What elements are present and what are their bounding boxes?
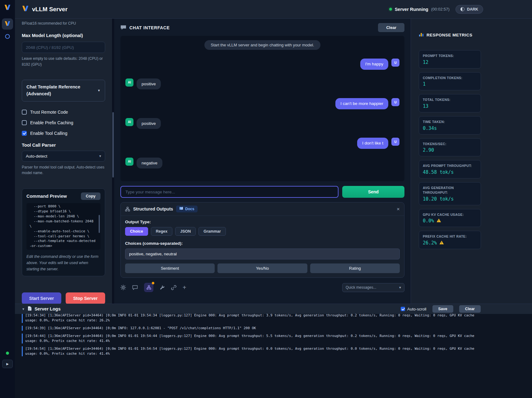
metric-card-prefix-cache-hit-rate: PREFIX CACHE HIT RATE: 26.2% — [419, 231, 481, 249]
server-logs-title: Server Logs — [35, 306, 61, 311]
copy-button[interactable]: Copy — [81, 192, 100, 200]
response-metrics-panel: RESPONSE METRICS PROMPT TOKENS: 12 COMPL… — [411, 19, 532, 304]
trust-remote-code-checkbox[interactable] — [22, 110, 27, 115]
code-scrollbar-thumb[interactable] — [99, 215, 100, 233]
structured-outputs-icon — [125, 207, 130, 211]
preset-row: Sentiment Yes/No Rating — [125, 263, 400, 273]
sidebar-item-vllm[interactable] — [2, 18, 13, 30]
max-model-length-input[interactable] — [22, 42, 105, 53]
autoscroll-toggle[interactable]: Auto-scroll — [401, 307, 426, 311]
tool-call-parser-select[interactable]: Auto-detect ▾ — [22, 151, 105, 162]
metric-value: 10.20 tok/s — [423, 196, 477, 202]
send-button[interactable]: Send — [342, 186, 404, 198]
chevron-down-icon: ▾ — [99, 154, 101, 158]
checkbox-row-trust-remote-code[interactable]: Trust Remote Code — [22, 110, 105, 115]
metrics-title: RESPONSE METRICS — [427, 33, 473, 37]
docs-label: Docs — [185, 207, 194, 211]
theme-toggle-button[interactable]: DARK — [455, 5, 483, 14]
status-dot — [6, 352, 9, 355]
sidebar-scrollbar[interactable] — [112, 19, 114, 304]
structured-outputs-title: Structured Outputs — [133, 206, 173, 211]
structured-outputs-header: Structured Outputs Docs × — [121, 202, 404, 216]
close-icon[interactable]: × — [397, 206, 400, 212]
ai-avatar: AI — [125, 78, 133, 87]
docs-link[interactable]: Docs — [176, 206, 197, 212]
clear-chat-button[interactable]: Clear — [378, 23, 404, 32]
warning-icon — [436, 218, 441, 224]
autoscroll-checkbox[interactable] — [401, 307, 405, 311]
preset-yesno-button[interactable]: Yes/No — [217, 263, 307, 273]
metric-card-total-tokens: TOTAL TOKENS: 13 — [419, 94, 481, 112]
server-logs-header: ▼ Server Logs Auto-scroll Save Clear — [15, 304, 532, 314]
chat-message-ai: AI negative — [125, 158, 399, 169]
vllm-logo-icon — [4, 21, 11, 27]
metric-label: PREFIX CACHE HIT RATE: — [423, 234, 477, 239]
start-server-button[interactable]: Start Server — [22, 292, 61, 304]
save-logs-button[interactable]: Save — [432, 305, 453, 313]
expand-panel-button[interactable]: ▶ — [2, 360, 13, 368]
server-status-label: Server Running — [395, 7, 428, 12]
book-icon — [179, 207, 183, 211]
preset-sentiment-button[interactable]: Sentiment — [125, 263, 215, 273]
quick-messages-select[interactable]: Quick messages... ▾ — [342, 283, 404, 292]
sidebar-scrollbar-thumb[interactable] — [112, 112, 114, 178]
vllm-logo-icon — [4, 4, 11, 12]
gear-icon[interactable] — [120, 285, 126, 290]
user-avatar: U — [391, 59, 399, 67]
max-model-length-help: Leave empty to use safe defaults: 2048 (… — [22, 56, 105, 67]
choices-label: Choices (comma-separated): — [125, 241, 400, 246]
output-type-choice[interactable]: Choice — [125, 227, 148, 236]
message-bubble: positive — [137, 78, 161, 90]
chat-window: Start the vLLM server and begin chatting… — [120, 36, 404, 181]
clear-logs-button[interactable]: Clear — [459, 305, 481, 313]
metric-card-gpu-kv-cache-usage: GPU KV CACHE USAGE: 0.0% — [419, 209, 481, 227]
tool-call-parser-label: Tool Call Parser — [22, 143, 105, 148]
server-logs-body[interactable]: [19:54:34] [1;36m(APIServer pid=34464) [… — [15, 314, 532, 398]
chat-template-reference-toggle[interactable]: Chat Template Reference (Advanced) ▼ — [22, 80, 105, 102]
metric-value: 12 — [423, 59, 477, 65]
enable-prefix-caching-checkbox[interactable] — [22, 120, 27, 125]
topbar-right: Server Running (00:02:57) DARK — [389, 5, 483, 14]
log-entry: [19:54:34] [1;36m(APIServer pid=34464) [… — [22, 314, 481, 323]
collapse-caret-icon[interactable]: ▼ — [22, 307, 25, 311]
enable-tool-calling-checkbox[interactable] — [22, 131, 27, 136]
message-input[interactable] — [120, 186, 338, 198]
app-root: ▶ vLLM Server Server Running (00:02:57) … — [0, 0, 532, 398]
config-sidebar: BFloat16 recommended for CPU Max Model L… — [15, 19, 112, 304]
sidebar-item-workspace[interactable] — [3, 33, 12, 41]
output-type-regex[interactable]: Regex — [151, 227, 173, 236]
metric-value: 0.34s — [423, 126, 477, 131]
metric-label: AVG GENERATION THROUGHPUT: — [423, 186, 477, 195]
metric-label: GPU KV CACHE USAGE: — [423, 212, 477, 217]
chat-title: CHAT INTERFACE — [129, 25, 170, 30]
metric-card-avg-generation-throughput: AVG GENERATION THROUGHPUT: 10.20 tok/s — [419, 182, 481, 205]
chat-message-user: I'm happy U — [125, 59, 399, 70]
comment-icon[interactable] — [132, 285, 138, 290]
checkbox-row-enable-prefix-caching[interactable]: Enable Prefix Caching — [22, 120, 105, 125]
link-icon[interactable] — [171, 285, 176, 290]
theme-toggle-label: DARK — [467, 7, 478, 12]
wrench-icon[interactable] — [160, 285, 165, 290]
choices-input[interactable] — [125, 249, 400, 259]
checkbox-row-enable-tool-calling[interactable]: Enable Tool Calling — [22, 131, 105, 136]
message-bubble: negative — [137, 158, 162, 169]
server-status-dot — [389, 8, 392, 11]
ai-avatar: AI — [125, 158, 133, 166]
vllm-logo-icon — [22, 5, 29, 13]
output-type-label: Output Type: — [125, 220, 400, 224]
command-code: --port 8000 \ --dtype bfloat16 \ --max-m… — [30, 204, 97, 249]
chat-header: CHAT INTERFACE Clear — [120, 23, 404, 32]
preset-rating-button[interactable]: Rating — [310, 263, 400, 273]
stop-server-button[interactable]: Stop Server — [66, 292, 105, 304]
chevron-down-icon: ▾ — [399, 285, 401, 290]
user-avatar: U — [391, 98, 399, 106]
output-type-json[interactable]: JSON — [175, 227, 196, 236]
chat-message-ai: AI positive — [125, 118, 399, 129]
structured-outputs-toggle[interactable] — [144, 283, 153, 292]
plus-icon[interactable]: + — [183, 284, 186, 291]
server-buttons-row: Start Server Stop Server — [22, 292, 105, 304]
output-type-grammar[interactable]: Grammar — [198, 227, 226, 236]
metric-value: 26.2% — [423, 240, 477, 246]
checkbox-label: Enable Tool Calling — [30, 131, 68, 136]
command-code-block[interactable]: --port 8000 \ --dtype bfloat16 \ --max-m… — [26, 203, 100, 250]
